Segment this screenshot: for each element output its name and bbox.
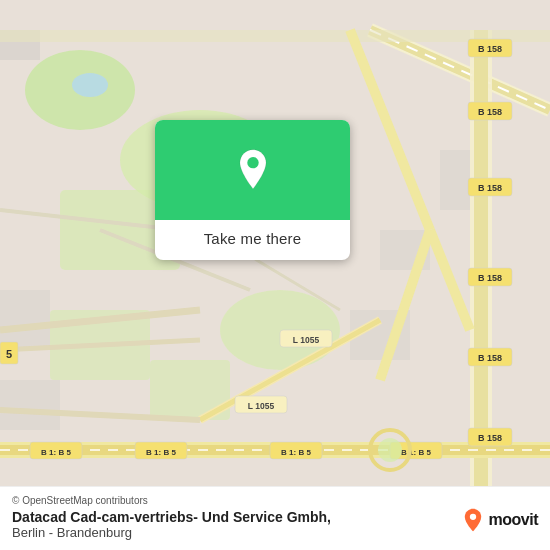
svg-text:L 1055: L 1055 (248, 401, 275, 411)
svg-rect-10 (0, 290, 50, 350)
svg-text:B 1: B 5: B 1: B 5 (401, 448, 431, 457)
svg-point-7 (72, 73, 108, 97)
svg-text:5: 5 (6, 348, 12, 360)
svg-rect-9 (0, 380, 60, 430)
svg-text:B 158: B 158 (478, 273, 502, 283)
svg-text:B 158: B 158 (478, 353, 502, 363)
svg-text:B 158: B 158 (478, 433, 502, 443)
svg-text:L 1055: L 1055 (293, 335, 320, 345)
svg-point-59 (378, 438, 402, 462)
svg-text:B 1: B 5: B 1: B 5 (41, 448, 71, 457)
map-background: B 158 B 158 B 158 B 158 B 158 B 158 L 10… (0, 0, 550, 550)
svg-text:B 158: B 158 (478, 107, 502, 117)
moovit-text: moovit (489, 511, 538, 529)
svg-text:B 1: B 5: B 1: B 5 (146, 448, 176, 457)
osm-credit: © OpenStreetMap contributors (12, 495, 538, 506)
svg-rect-19 (0, 30, 550, 42)
take-me-there-button[interactable]: Take me there (204, 230, 302, 247)
popup-button-area: Take me there (155, 220, 350, 260)
moovit-logo: moovit (461, 508, 538, 532)
svg-text:B 158: B 158 (478, 183, 502, 193)
svg-text:B 158: B 158 (478, 44, 502, 54)
svg-text:B 1: B 5: B 1: B 5 (281, 448, 311, 457)
svg-point-63 (469, 514, 475, 520)
map-container: B 158 B 158 B 158 B 158 B 158 B 158 L 10… (0, 0, 550, 550)
popup-header (155, 120, 350, 220)
location-pin-icon (231, 148, 275, 192)
popup-card: Take me there (155, 120, 350, 260)
moovit-pin-icon (461, 508, 485, 532)
location-title: Datacad Cad-cam-vertriebs- Und Service G… (12, 509, 538, 525)
location-subtitle: Berlin - Brandenburg (12, 525, 538, 540)
svg-point-62 (247, 157, 258, 168)
